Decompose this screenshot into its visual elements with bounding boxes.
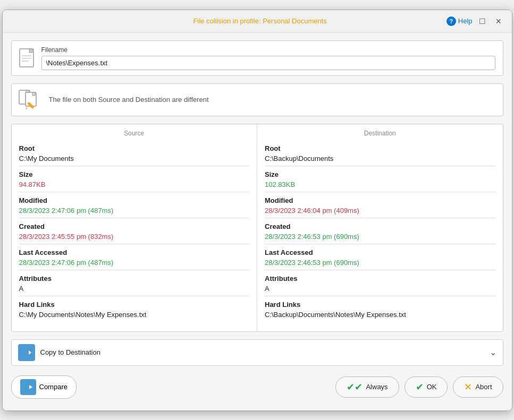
title-profile: Personal Documents bbox=[263, 17, 327, 25]
destination-header: Destination bbox=[265, 130, 495, 139]
source-root-value: C:\My Documents bbox=[19, 153, 250, 166]
filename-input[interactable] bbox=[41, 56, 495, 70]
compare-button[interactable]: Compare bbox=[11, 375, 77, 399]
source-created-label: Created bbox=[19, 222, 250, 230]
source-header: Source bbox=[19, 130, 250, 139]
destination-created-value: 28/3/2023 2:46:53 pm (690ms) bbox=[265, 232, 495, 244]
abort-label: Abort bbox=[475, 383, 492, 391]
always-button[interactable]: ✔✔ Always bbox=[335, 376, 399, 398]
title-prefix: File collision in profile: bbox=[193, 17, 263, 25]
source-last-accessed-label: Last Accessed bbox=[19, 248, 250, 256]
ok-check-icon: ✔ bbox=[416, 381, 424, 393]
destination-size-label: Size bbox=[265, 170, 495, 178]
compare-icon bbox=[20, 379, 36, 395]
diff-files-icon bbox=[18, 88, 44, 112]
destination-column: Destination Root C:\Backup\Documents Siz… bbox=[257, 124, 503, 331]
source-hard-links-label: Hard Links bbox=[19, 301, 250, 308]
svg-marker-9 bbox=[24, 385, 32, 389]
source-size-label: Size bbox=[19, 170, 250, 178]
source-modified-value: 28/3/2023 2:47:06 pm (487ms) bbox=[19, 205, 250, 218]
window-title: File collision in profile: Personal Docu… bbox=[74, 17, 446, 25]
svg-marker-7 bbox=[26, 107, 28, 109]
source-modified-label: Modified bbox=[19, 196, 250, 204]
titlebar-controls: ? Help ☐ ✕ bbox=[446, 15, 504, 27]
destination-root-label: Root bbox=[265, 144, 495, 152]
action-row[interactable]: Copy to Destination ⌄ bbox=[11, 339, 503, 366]
destination-size-value: 102.83KB bbox=[265, 179, 495, 192]
destination-modified-value: 28/3/2023 2:46:04 pm (409ms) bbox=[265, 205, 495, 218]
titlebar: File collision in profile: Personal Docu… bbox=[3, 10, 512, 33]
alert-row: The file on both Source and Destination … bbox=[11, 83, 503, 116]
compare-label: Compare bbox=[39, 383, 68, 391]
help-label: Help bbox=[458, 17, 473, 25]
alert-text: The file on both Source and Destination … bbox=[49, 96, 209, 104]
destination-attributes-label: Attributes bbox=[265, 275, 495, 282]
main-window: File collision in profile: Personal Docu… bbox=[2, 10, 512, 411]
destination-modified-label: Modified bbox=[265, 196, 495, 204]
svg-marker-8 bbox=[22, 350, 31, 355]
filename-label: Filename bbox=[41, 46, 495, 54]
source-size-value: 94.87KB bbox=[19, 179, 250, 192]
source-attributes-label: Attributes bbox=[19, 275, 250, 282]
source-last-accessed-value: 28/3/2023 2:47:06 pm (487ms) bbox=[19, 258, 250, 270]
source-hard-links-value: C:\My Documents\Notes\My Expenses.txt bbox=[19, 310, 250, 322]
content-area: Filename The bbox=[3, 33, 512, 410]
bottom-bar: Compare ✔✔ Always ✔ OK ✕ Abort bbox=[11, 373, 503, 403]
copy-to-dest-icon bbox=[18, 344, 35, 361]
source-root-label: Root bbox=[19, 144, 250, 152]
destination-created-label: Created bbox=[265, 222, 495, 230]
source-column: Source Root C:\My Documents Size 94.87KB… bbox=[12, 124, 258, 331]
ok-label: OK bbox=[427, 383, 437, 391]
filename-section: Filename bbox=[11, 40, 503, 76]
close-button[interactable]: ✕ bbox=[493, 15, 504, 27]
ok-button[interactable]: ✔ OK bbox=[405, 376, 448, 398]
source-created-value: 28/3/2023 2:45:55 pm (832ms) bbox=[19, 232, 250, 244]
action-label: Copy to Destination bbox=[40, 348, 100, 356]
destination-attributes-value: A bbox=[265, 284, 495, 296]
comparison-panel: Source Root C:\My Documents Size 94.87KB… bbox=[11, 124, 503, 332]
always-check-icon: ✔✔ bbox=[347, 381, 363, 393]
destination-hard-links-label: Hard Links bbox=[265, 301, 495, 308]
abort-button[interactable]: ✕ Abort bbox=[453, 376, 503, 398]
destination-last-accessed-label: Last Accessed bbox=[265, 248, 495, 256]
file-icon bbox=[19, 48, 36, 67]
help-button[interactable]: ? Help bbox=[446, 16, 473, 26]
source-attributes-value: A bbox=[19, 284, 250, 296]
action-left: Copy to Destination bbox=[18, 344, 100, 361]
always-label: Always bbox=[366, 383, 387, 391]
destination-hard-links-value: C:\Backup\Documents\Notes\My Expenses.tx… bbox=[265, 310, 495, 322]
help-icon: ? bbox=[446, 16, 456, 26]
abort-x-icon: ✕ bbox=[464, 381, 472, 393]
destination-last-accessed-value: 28/3/2023 2:46:53 pm (690ms) bbox=[265, 258, 495, 270]
destination-root-value: C:\Backup\Documents bbox=[265, 153, 495, 166]
maximize-button[interactable]: ☐ bbox=[477, 15, 488, 27]
action-dropdown-arrow[interactable]: ⌄ bbox=[490, 347, 496, 357]
